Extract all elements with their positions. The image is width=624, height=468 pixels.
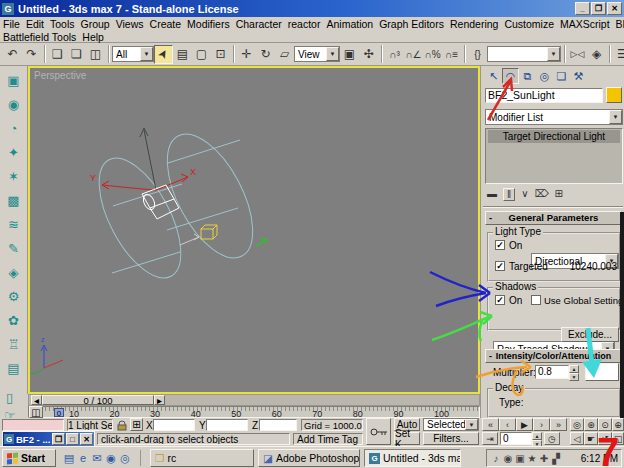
general-parameters-rollout[interactable]: -General Parameters (485, 211, 622, 225)
selection-filter-dropdown[interactable]: All▼ (112, 46, 154, 62)
trash-icon[interactable]: ▯ (6, 390, 13, 405)
spinner-up-icon[interactable]: ▲ (569, 365, 579, 373)
tab-display-icon[interactable]: ❏ (553, 68, 570, 84)
chevron-down-icon[interactable]: ▼ (465, 419, 478, 430)
left-toolbar-icon[interactable]: ✦ (3, 140, 25, 164)
arc-rotate-icon[interactable]: ↺ (598, 432, 612, 445)
previous-frame-icon[interactable]: ‹ (499, 418, 516, 431)
light-source-gizmo[interactable] (141, 185, 179, 219)
tab-create-icon[interactable]: ↖ (485, 68, 502, 84)
select-and-scale-icon[interactable]: ▱ (275, 45, 294, 64)
left-toolbar-icon[interactable]: ♖ (3, 332, 25, 356)
next-frame-icon[interactable]: › (533, 418, 550, 431)
tray-icon[interactable]: ✚ (538, 453, 550, 464)
x-coord-field[interactable] (153, 419, 195, 431)
current-frame-field[interactable]: 0 (500, 432, 532, 445)
object-name-field[interactable]: BF2_SunLight (485, 88, 603, 103)
light-on-checkbox[interactable]: ✓ (495, 240, 505, 250)
y-coord-field[interactable] (206, 419, 248, 431)
modifier-stack-item[interactable]: Target Directional Light (488, 130, 620, 143)
panel-scrollbar[interactable] (620, 212, 624, 418)
pin-stack-icon[interactable]: ▬ (487, 188, 497, 201)
menu-item[interactable]: Rendering (447, 18, 501, 30)
chevron-down-icon[interactable]: ▼ (609, 110, 622, 124)
tray-icon[interactable]: ♪ (490, 453, 502, 464)
menu-item[interactable]: Tools (47, 18, 78, 30)
left-toolbar-icon[interactable]: ▤ (3, 356, 25, 380)
close-button[interactable]: ✕ (607, 2, 622, 15)
time-slider-left-icon[interactable]: ◂ (31, 395, 42, 405)
tab-modify-icon[interactable]: ◠ (502, 68, 519, 84)
exclude-button[interactable]: Exclude... (561, 327, 619, 342)
modifier-list-dropdown[interactable]: Modifier List▼ (485, 109, 623, 125)
shadows-on-checkbox[interactable]: ✓ (495, 295, 505, 305)
menu-item[interactable]: Graph Editors (376, 18, 447, 30)
quicklaunch-icon[interactable]: e (76, 452, 90, 464)
min-max-toggle-icon[interactable]: ◱ (612, 432, 624, 445)
tab-hierarchy-icon[interactable]: ⧉ (519, 68, 536, 84)
play-icon[interactable]: ▶ (516, 418, 533, 431)
field-of-view-icon[interactable]: ◁ (570, 432, 584, 445)
taskbar-button-photoshop[interactable]: ◪ Adobe Photoshop (258, 449, 360, 467)
menu-item[interactable]: Modifiers (184, 18, 233, 30)
time-slider[interactable]: ◂ 0 / 100 ▸ (28, 394, 480, 406)
tray-icon[interactable]: ★ (526, 453, 538, 464)
menu-item[interactable]: Group (78, 18, 113, 30)
menu-item[interactable]: Edit (23, 18, 47, 30)
modifier-stack[interactable]: Target Directional Light (485, 128, 623, 184)
start-button[interactable]: Start (2, 449, 56, 467)
tray-icon[interactable]: ◉ (502, 453, 514, 464)
left-toolbar-icon[interactable]: ▩ (3, 188, 25, 212)
make-unique-icon[interactable]: ∨ (521, 188, 528, 201)
chevron-down-icon[interactable]: ▼ (547, 47, 560, 61)
zoom-all-icon[interactable]: ⊛ (584, 418, 598, 431)
angle-snap-icon[interactable]: ∩∠ (404, 45, 423, 64)
menu-item[interactable]: Battlefield Tools (0, 31, 79, 43)
set-key-button[interactable]: Set K. (394, 432, 420, 445)
tray-icon[interactable]: ▣ (514, 453, 526, 464)
maximize-button[interactable]: ❐ (591, 2, 606, 15)
menu-item[interactable]: BF2 (613, 18, 624, 30)
bf2-close-icon[interactable]: ✕ (80, 433, 93, 445)
use-global-settings-checkbox[interactable] (531, 295, 541, 305)
go-to-end-icon[interactable]: » (550, 418, 567, 431)
bind-to-spacewarp-icon[interactable]: ◫ (86, 45, 105, 64)
track-bar-frame-marker[interactable]: 0 (54, 408, 64, 417)
time-configuration-icon[interactable]: ◷ (544, 432, 560, 445)
titlebar[interactable]: G Untitled - 3ds max 7 - Stand-alone Lic… (0, 0, 624, 17)
rectangular-region-icon[interactable]: ▢ (192, 45, 211, 64)
time-slider-handle[interactable]: 0 / 100 (42, 395, 154, 405)
light-color-swatch[interactable] (585, 363, 619, 381)
mirror-icon[interactable]: ▷◁ (568, 45, 587, 64)
menu-item[interactable]: Help (79, 31, 107, 43)
left-toolbar-icon[interactable]: ⚙ (3, 284, 25, 308)
zoom-extents-icon[interactable]: ⊙ (598, 418, 612, 431)
menu-item[interactable]: Character (233, 18, 285, 30)
spinner-snap-icon[interactable]: ∩≡ (442, 45, 461, 64)
go-to-start-icon[interactable]: « (482, 418, 499, 431)
frame-spinner[interactable]: ▲▼ (532, 432, 542, 445)
taskbar-button-rc[interactable]: ❒ rc (150, 449, 254, 467)
remove-modifier-icon[interactable]: ⌦ (534, 188, 548, 201)
z-coord-field[interactable] (259, 419, 297, 431)
select-by-name-icon[interactable]: ▤ (173, 45, 192, 64)
chevron-down-icon[interactable]: ▼ (326, 47, 339, 61)
selection-lock-icon[interactable] (116, 420, 128, 431)
targeted-checkbox[interactable]: ✓ (495, 261, 505, 271)
edit-named-selections-icon[interactable]: {} (468, 45, 487, 64)
show-end-result-icon[interactable]: ‖ (503, 188, 515, 201)
bf2-restore-icon[interactable]: ❐ (52, 433, 65, 445)
quicklaunch-icon[interactable]: ✉ (90, 452, 104, 465)
menu-item[interactable]: Create (147, 18, 185, 30)
mini-curve-editor-icon[interactable]: ◫ (29, 406, 43, 418)
tab-motion-icon[interactable]: ◎ (536, 68, 553, 84)
spinner-up-icon[interactable]: ▲ (532, 432, 542, 440)
select-and-manipulate-icon[interactable]: ✣ (359, 45, 378, 64)
select-and-link-icon[interactable]: ❑ (48, 45, 67, 64)
light-target-box[interactable] (201, 225, 217, 239)
left-toolbar-icon[interactable]: ◈ (3, 260, 25, 284)
align-icon[interactable]: ◈ (587, 45, 606, 64)
green-helper-object[interactable] (256, 239, 267, 246)
viewport-label[interactable]: Perspective (34, 70, 86, 81)
tray-icon[interactable]: ▞ (550, 453, 562, 464)
